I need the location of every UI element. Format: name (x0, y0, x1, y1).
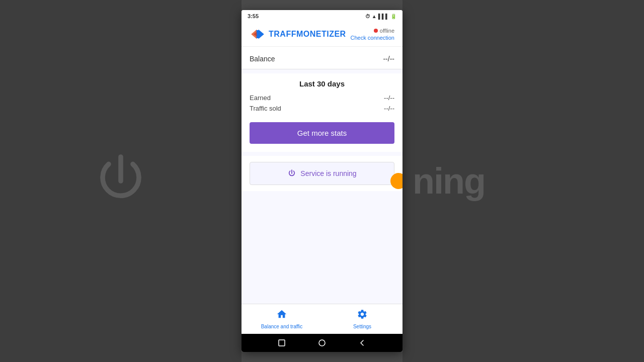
nav-balance-traffic-label: Balance and traffic (261, 324, 303, 329)
connection-status: offline Check connection (351, 28, 394, 41)
offline-label: offline (380, 28, 394, 34)
logo-text: TRAFFMONETIZER (269, 30, 346, 39)
traffic-sold-value: --/-- (384, 105, 394, 112)
stats-section: Last 30 days Earned --/-- Traffic sold -… (242, 73, 403, 152)
power-icon (287, 169, 296, 178)
get-more-stats-button[interactable]: Get more stats (250, 122, 394, 144)
android-recents-button[interactable] (277, 338, 287, 348)
android-home-button[interactable] (317, 338, 327, 348)
phone-container: 3:55 ⏱ ▲ ▌▌▌ 🔋 TRAFFMONETIZER (242, 10, 403, 352)
balance-value: --/-- (383, 55, 394, 63)
nav-balance-traffic[interactable]: Balance and traffic (242, 309, 322, 329)
wifi-icon: ▲ (372, 14, 377, 19)
service-running-label: Service is running (300, 169, 356, 177)
floating-button[interactable] (390, 173, 403, 189)
status-icons: ⏱ ▲ ▌▌▌ 🔋 (365, 14, 396, 19)
traffic-sold-row: Traffic sold --/-- (250, 105, 394, 112)
earned-row: Earned --/-- (250, 94, 394, 102)
earned-value: --/-- (384, 94, 394, 102)
balance-section: Balance --/-- (242, 47, 403, 69)
bg-running-text: ning (413, 160, 485, 202)
logo-icon (250, 26, 266, 42)
signal-icon: ▌▌▌ (378, 14, 389, 19)
service-running-section: Service is running (242, 156, 403, 191)
app-header: TRAFFMONETIZER offline Check connection (242, 22, 403, 47)
bottom-nav: Balance and traffic Settings (242, 304, 403, 334)
offline-dot (374, 29, 378, 33)
main-content: Balance --/-- Last 30 days Earned --/-- … (242, 47, 403, 304)
home-icon (276, 309, 287, 322)
svg-marker-1 (259, 29, 264, 39)
android-bar (242, 334, 403, 352)
bg-left-panel (0, 0, 242, 362)
traffic-sold-label: Traffic sold (250, 105, 281, 112)
earned-label: Earned (250, 94, 271, 102)
stats-title: Last 30 days (250, 79, 394, 88)
balance-label: Balance (250, 55, 275, 63)
logo-container: TRAFFMONETIZER (250, 26, 346, 42)
status-bar: 3:55 ⏱ ▲ ▌▌▌ 🔋 (242, 10, 403, 22)
svg-rect-4 (279, 340, 285, 346)
bg-power-icon (91, 151, 151, 211)
settings-icon (357, 309, 368, 322)
service-running-button[interactable]: Service is running (250, 162, 394, 185)
nav-settings-label: Settings (353, 324, 371, 329)
bg-right-panel: ning (403, 0, 644, 362)
nav-settings[interactable]: Settings (322, 309, 403, 329)
svg-point-5 (319, 340, 325, 346)
status-time: 3:55 (248, 13, 259, 19)
android-back-button[interactable] (357, 338, 367, 348)
offline-indicator: offline (374, 28, 394, 34)
battery-icon: 🔋 (390, 14, 396, 19)
tiktok-icon: ⏱ (365, 14, 370, 19)
balance-row: Balance --/-- (250, 55, 394, 63)
check-connection-link[interactable]: Check connection (351, 35, 394, 41)
